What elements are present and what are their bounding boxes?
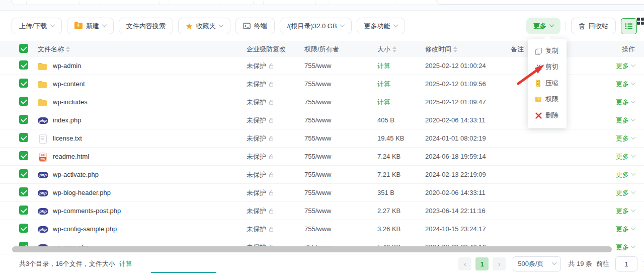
chevron-down-icon — [102, 22, 107, 27]
menu-item-cut[interactable]: 剪切 — [528, 59, 567, 75]
file-name[interactable]: readme.html — [53, 153, 89, 160]
row-more-button[interactable]: 更多 — [561, 61, 635, 71]
file-size: 405 B — [377, 116, 394, 124]
file-name[interactable]: license.txt — [53, 134, 82, 142]
file-name[interactable]: wp-admin — [53, 62, 81, 70]
row-more-button[interactable]: 更多 — [561, 170, 635, 179]
file-name[interactable]: wp-content — [53, 80, 85, 88]
row-checkbox[interactable] — [19, 169, 28, 178]
next-page-button[interactable]: › — [493, 257, 506, 270]
grid-view-icon[interactable] — [637, 18, 644, 25]
upload-download-button[interactable]: 上传/下载 — [12, 18, 62, 34]
row-more-button[interactable]: 更多 — [561, 98, 635, 107]
row-checkbox[interactable] — [19, 60, 28, 70]
favorites-label: 收藏夹 — [196, 22, 216, 31]
favorites-button[interactable]: 收藏夹 — [178, 18, 230, 34]
more-button[interactable]: 更多 — [526, 18, 560, 34]
row-checkbox[interactable] — [19, 187, 28, 196]
unlocked-icon — [268, 135, 274, 142]
table-row[interactable]: wp-comments-post.php 未保护 755/www 2.27 KB… — [0, 202, 644, 220]
row-checkbox[interactable] — [19, 206, 28, 215]
chevron-down-icon — [50, 22, 55, 27]
table-row[interactable]: license.txt 未保护 755/www 19.45 KB 2024-01… — [0, 129, 644, 148]
row-checkbox[interactable] — [19, 133, 28, 142]
list-view-icon — [625, 23, 633, 30]
content-search-button[interactable]: 文件内容搜索 — [119, 18, 173, 34]
file-name[interactable]: index.php — [53, 116, 81, 124]
more-features-label: 更多功能 — [364, 22, 390, 31]
terminal-button[interactable]: 终端 — [235, 18, 275, 34]
table-row[interactable]: <> readme.html 未保护 755/www 7.24 KB 2024-… — [0, 148, 644, 166]
goto-page-input[interactable] — [615, 256, 637, 271]
unlocked-icon — [268, 172, 274, 178]
menu-item-delete[interactable]: 删除 — [528, 107, 567, 123]
star-icon — [186, 23, 193, 30]
file-size: 计算 — [377, 98, 390, 106]
page-size-select[interactable]: 500条/页 — [513, 256, 561, 271]
select-all-checkbox[interactable] — [19, 44, 28, 53]
row-more-button[interactable]: 更多 — [561, 225, 635, 234]
table-row[interactable]: wp-activate.php 未保护 755/www 7.21 KB 2024… — [0, 166, 644, 184]
horizontal-scrollbar[interactable] — [11, 246, 638, 252]
row-more-label: 更多 — [616, 225, 629, 234]
table-row[interactable]: wp-config-sample.php 未保护 755/www 3.26 KB… — [0, 220, 644, 238]
file-size: 7.21 KB — [377, 171, 400, 178]
scrollbar-thumb[interactable] — [12, 246, 612, 252]
row-more-button[interactable]: 更多 — [561, 116, 635, 125]
header-permission-owner: 权限/所有者 — [304, 45, 339, 54]
row-more-label: 更多 — [616, 152, 629, 161]
chevron-down-icon — [393, 22, 398, 27]
sort-toggle[interactable] — [392, 46, 396, 52]
row-checkbox[interactable] — [19, 97, 28, 106]
file-name[interactable]: wp-blog-header.php — [53, 189, 111, 196]
list-view-toggle[interactable] — [621, 18, 637, 34]
unlocked-icon — [268, 226, 274, 232]
permission-owner: 755/www — [304, 116, 331, 124]
file-name[interactable]: wp-includes — [53, 98, 88, 106]
row-checkbox[interactable] — [19, 224, 28, 233]
calculate-size-link[interactable]: 计算 — [119, 259, 132, 268]
row-checkbox[interactable] — [19, 79, 28, 88]
unlocked-icon — [268, 154, 274, 160]
file-name[interactable]: wp-comments-post.php — [53, 207, 121, 215]
file-size: 3.26 KB — [377, 225, 400, 233]
menu-item-copy[interactable]: 复制 — [528, 43, 567, 59]
file-name[interactable]: wp-config-sample.php — [53, 225, 117, 233]
more-dropdown-menu: 复制 剪切 压缩 权限 删除 — [528, 39, 567, 128]
row-more-button[interactable]: 更多 — [561, 207, 635, 216]
total-count: 共 19 条 — [568, 259, 592, 268]
disk-select-button[interactable]: /(根目录)32.0 GB — [280, 18, 352, 34]
sort-toggle[interactable] — [66, 46, 70, 52]
row-more-label: 更多 — [616, 80, 629, 89]
row-more-button[interactable]: 更多 — [561, 134, 635, 143]
chevron-down-icon — [631, 80, 636, 85]
file-name[interactable]: wp-activate.php — [53, 171, 99, 178]
row-checkbox[interactable] — [19, 115, 28, 124]
row-checkbox[interactable] — [19, 151, 28, 160]
recycle-bin-button[interactable]: 回收站 — [571, 18, 616, 34]
modified-time: 2024-01-01 08:02:19 — [425, 134, 486, 142]
menu-item-compress[interactable]: 压缩 — [528, 75, 567, 91]
terminal-label: 终端 — [254, 22, 267, 31]
protect-status: 未保护 — [247, 80, 266, 89]
modified-time: 2025-02-12 01:09:56 — [425, 80, 486, 88]
permission-owner: 755/www — [304, 134, 331, 142]
more-features-button[interactable]: 更多功能 — [357, 18, 405, 34]
permission-owner: 755/www — [304, 171, 331, 178]
row-more-button[interactable]: 更多 — [561, 188, 635, 197]
prev-page-button[interactable]: ‹ — [458, 257, 471, 270]
protect-status: 未保护 — [247, 170, 266, 179]
header-action: 操作 — [622, 45, 635, 54]
new-button[interactable]: 新建 — [67, 18, 114, 34]
row-more-button[interactable]: 更多 — [561, 152, 635, 161]
file-size: 351 B — [377, 189, 394, 196]
row-more-button[interactable]: 更多 — [561, 80, 635, 89]
row-more-label: 更多 — [616, 134, 629, 143]
current-page-button[interactable]: 1 — [475, 257, 489, 270]
menu-item-permission[interactable]: 权限 — [528, 91, 567, 107]
page-size-value: 500条/页 — [518, 259, 543, 268]
row-more-label: 更多 — [616, 188, 629, 197]
sort-toggle[interactable] — [453, 46, 457, 52]
folder-icon — [38, 80, 48, 88]
table-row[interactable]: wp-blog-header.php 未保护 755/www 351 B 202… — [0, 184, 644, 202]
